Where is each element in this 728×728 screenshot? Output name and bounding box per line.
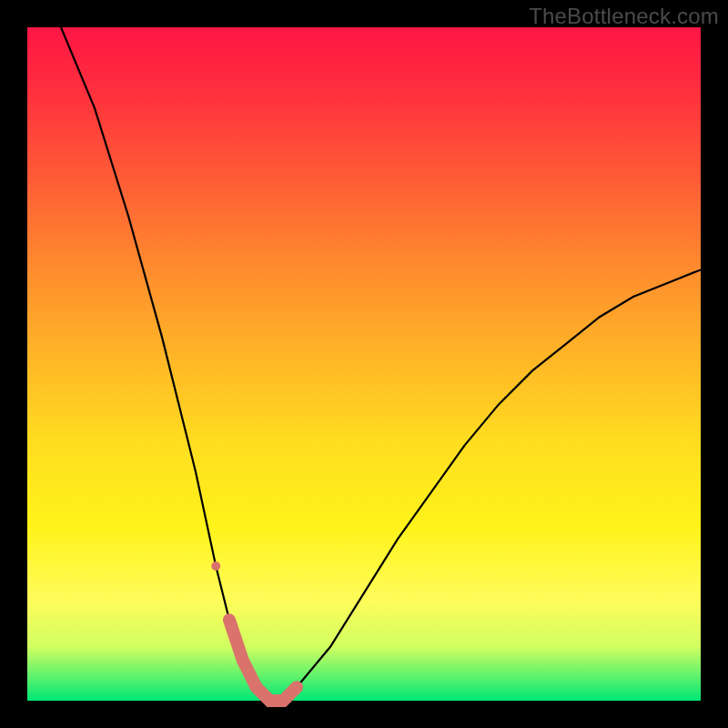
bottleneck-trough-highlight xyxy=(229,620,297,701)
watermark-text: TheBottleneck.com xyxy=(529,4,719,29)
bottleneck-trough-dot xyxy=(211,561,220,571)
bottleneck-chart xyxy=(27,27,701,701)
bottleneck-curve-line xyxy=(61,27,701,701)
plot-area xyxy=(27,27,701,701)
